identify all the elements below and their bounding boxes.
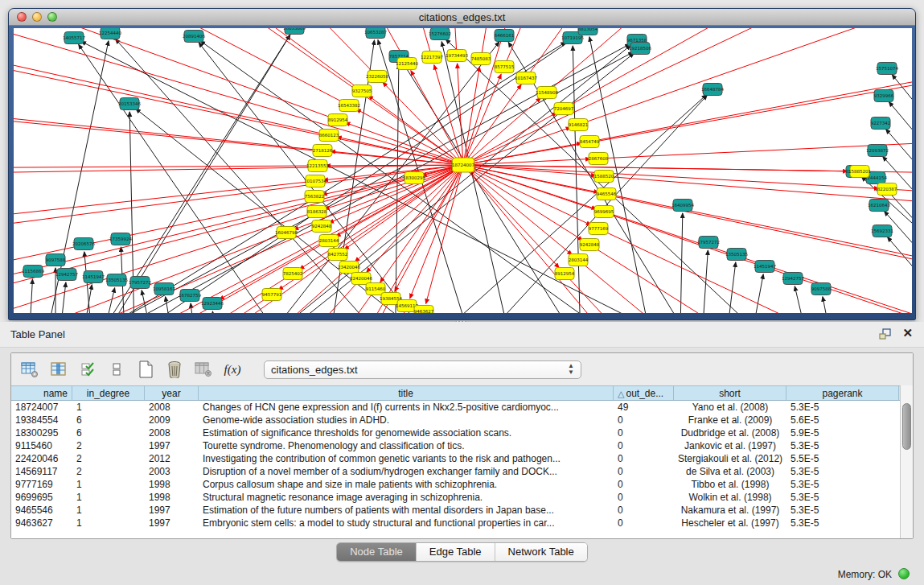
column-header-year[interactable]: year [145,386,199,400]
table-cell: 5.5E-5 [786,453,899,466]
tab-node-table[interactable]: Node Table [337,543,417,561]
function-builder-icon[interactable]: f(x) [222,360,243,379]
table-row[interactable]: 1938455462009Genome-wide association stu… [11,414,900,427]
table-cell: Tibbo et al. (1998) [674,479,786,492]
column-visibility-icon[interactable] [48,360,69,379]
graph-node-label: 2867608 [589,156,609,161]
new-table-icon[interactable] [135,360,156,379]
float-window-icon[interactable] [879,328,892,340]
memory-ok-icon[interactable] [898,568,910,579]
column-header-out-degree[interactable]: △out_de... [614,386,674,400]
table-cell: 0 [614,466,674,479]
graph-node-label: 16543382 [338,103,360,108]
graph-node-label: 9146821 [569,122,589,127]
graph-node-label: 20153346 [118,101,141,106]
graph-node-label: 10719195 [561,35,584,40]
table-row[interactable]: 969969511998Structural magnetic resonanc… [11,492,900,505]
graph-node-label: 9777169 [589,226,609,231]
table-cell: 9699695 [11,492,72,505]
graph-node-label: 17957272 [697,240,720,245]
window-titlebar[interactable]: citations_edges.txt [9,9,915,26]
graph-node-label: 7825402 [283,271,303,276]
table-cell: 1 [72,492,145,505]
graph-node-label: 12217397 [421,55,443,60]
table-header-row: name in_degree year title △out_de... sho… [11,385,900,401]
graph-node-label: 9699695 [594,209,614,214]
table-cell: 9465546 [11,505,72,517]
table-cell: 1998 [145,479,199,492]
table-body: 1872400712008Changes of HCN gene express… [11,402,900,538]
rows-icon[interactable] [106,360,127,379]
vertical-scrollbar[interactable] [900,385,913,538]
column-header-in-degree[interactable]: in_degree [72,386,145,400]
table-cell: 0 [614,453,674,466]
graph-node-label: 12254440 [99,31,121,35]
column-header-pagerank[interactable]: pagerank [786,386,899,400]
graph-node-label: 15692331 [871,229,893,233]
table-cell: 1997 [145,517,199,530]
tab-network-table[interactable]: Network Table [495,543,587,561]
table-row[interactable]: 946362711997Embryonic stem cells: a mode… [11,517,900,530]
graph-node-label: 2803144 [569,257,589,262]
delete-table-icon[interactable] [164,360,185,379]
graph-node-label: 14055717 [63,35,85,40]
row-selection-icon[interactable] [77,360,98,379]
graph-node-label: 10653287 [364,30,387,35]
graph-node-label: 13505135 [725,252,748,257]
column-header-short[interactable]: short [674,386,786,400]
graph-node-label: 13505135 [105,278,128,282]
table-cell: 18300295 [11,427,72,440]
table-selector-dropdown[interactable]: citations_edges.txt ▲▼ [264,360,581,379]
graph-node-label: 8912954 [328,117,348,122]
column-header-name[interactable]: name [11,386,72,400]
graph-node-label: 9329966 [874,93,894,98]
table-row[interactable]: 1456911722003Disruption of a novel membe… [11,466,900,479]
table-cell: 1 [72,517,145,530]
graph-node-label: 18300295 [403,175,425,180]
table-row[interactable]: 946554611997Estimation of the future num… [11,505,900,517]
table-cell: 1997 [145,505,199,517]
graph-node-label: 9242848 [312,224,332,229]
table-cell: 9463627 [11,517,72,530]
table-row[interactable]: 1872400712008Changes of HCN gene express… [11,402,900,414]
graph-node-label: 22420046 [350,276,372,281]
table-cell: 2008 [145,402,199,414]
table-cell: Genome-wide association studies in ADHD. [199,414,614,427]
table-row[interactable]: 1830029562008Estimation of significance … [11,427,900,440]
table-cell: 14569117 [11,466,72,479]
table-cell: Changes of HCN gene expression and I(f) … [199,402,614,414]
sort-ascending-icon: △ [618,389,624,398]
table-cell: 1 [72,479,145,492]
table-cell: 0 [614,440,674,453]
network-canvas[interactable]: 1405571712254440208914061603380910653287… [14,28,912,313]
tab-edge-table[interactable]: Edge Table [417,543,495,561]
table-cell: Disruption of a novel member of a sodium… [199,466,614,479]
graph-node-label: 1588520 [594,174,614,179]
table-cell: 9777169 [11,479,72,492]
graph-node-label: 2718126 [313,148,333,153]
graph-node-label: 17957272 [129,280,151,285]
table-cell: Nakamura et al. (1997) [674,505,786,517]
table-row[interactable]: 911546021997Tourette syndrome. Phenomeno… [11,440,900,453]
node-table-settings-icon[interactable] [19,360,40,379]
graph-node-label: 10958167 [153,286,175,291]
table-row[interactable]: 2242004622012Investigating the contribut… [11,453,900,466]
graph-node-label: 12093872 [866,148,889,153]
import-table-icon[interactable] [193,360,214,379]
table-cell: 9115460 [11,440,72,453]
table-panel-title: Table Panel [10,328,65,340]
scrollbar-thumb[interactable] [902,403,911,450]
graph-node-label: 11156869 [22,269,44,274]
close-panel-icon[interactable]: ✕ [902,326,913,340]
table-panel-header: Table Panel ✕ [0,322,924,348]
table-row[interactable]: 977716911998Corpus callosum shape and si… [11,479,900,492]
graph-node-label: 23226058 [366,74,388,79]
column-header-title[interactable]: title [199,386,614,400]
graph-node-label: 19218506 [629,46,651,51]
graph-nodes: 1405571712254440208914061603380910653287… [22,28,898,313]
graph-node-label: 16046798 [275,230,298,235]
graph-node-label: 9115460 [366,286,386,291]
graph-node-label: 18724007 [452,163,474,167]
graph-node-label: 16782759 [179,293,201,298]
table-cell: 5.6E-5 [786,414,899,427]
